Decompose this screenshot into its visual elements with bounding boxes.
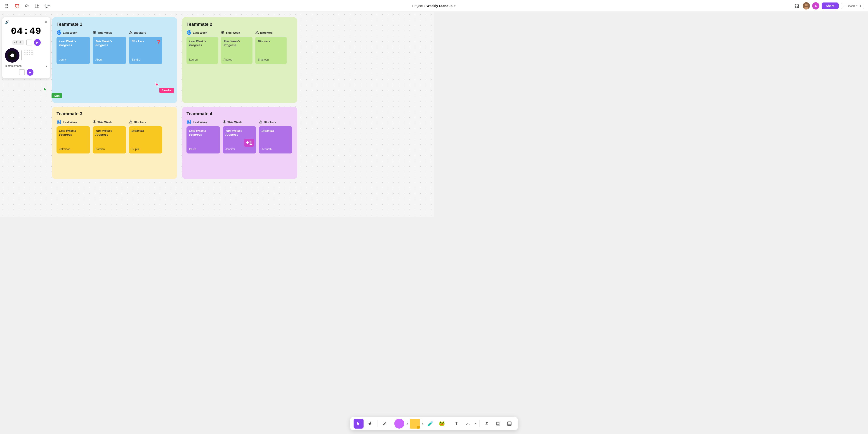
timer-display: 04:49 [5,26,48,37]
burst-icon-3: ✳ [93,120,96,125]
tm1-thisweek-card[interactable]: This Week's Progress Abdul [93,37,126,64]
sound-chevron[interactable]: ∨ [45,64,48,68]
tm2-thisweek-col: ✳ This Week This Week's Progress Andrea [221,30,252,64]
teammate-section-1: Teammate 1 🌀 Last Week Last Week's Progr… [52,17,177,103]
tm3-blockers-card[interactable]: Blockers Gupta [129,126,162,153]
timer-play-button[interactable]: ▶ [34,39,41,46]
svg-point-5 [6,7,6,8]
canvas[interactable]: 🔊 ✕ 04:49 +1 min ▶ ✳ Button smash [0,12,434,217]
bag-icon[interactable]: 🛍 [24,2,31,9]
tm4-thisweek-label: This Week [227,121,242,124]
timer-stop-button[interactable] [26,39,32,45]
warning-icon: ⚠ [129,30,132,35]
speaker-icon: 🔊 [5,20,9,24]
svg-rect-6 [35,4,37,8]
warning-icon-4: ⚠ [259,120,262,125]
tm3-thisweek-label: This Week [97,121,112,124]
tm2-blockers-card[interactable]: Blockers Shaheen [255,37,287,64]
teammate-3-title: Teammate 3 [57,111,173,116]
tm4-thisweek-text: This Week's Progress [225,129,253,137]
sandra-cursor-area [155,82,159,88]
tm3-lastweek-label: Last Week [63,121,77,124]
tm1-thisweek-name: Abdul [95,58,123,61]
vinyl-record: ✳ [5,48,20,63]
teammate-section-2: Teammate 2 🌀 Last Week Last Week's Progr… [182,17,297,103]
burst-icon: ✳ [93,30,96,35]
tm2-thisweek-text: This Week's Progress [223,39,250,47]
vinyl-area: ✳ [5,48,48,63]
tm3-lastweek-col: 🌀 Last Week Last Week's Progress Jeffers… [57,120,90,153]
teammate-2-title: Teammate 2 [186,22,293,27]
warning-icon-3: ⚠ [129,120,132,125]
svg-point-0 [7,4,8,5]
tm2-lastweek-col: 🌀 Last Week Last Week's Progress Lauren [186,30,218,64]
warning-icon-2: ⚠ [255,30,259,35]
teammate-4-cols: 🌀 Last Week Last Week's Progress Paula ✳… [186,120,293,153]
teammate-section-3: Teammate 3 🌀 Last Week Last Week's Progr… [52,107,177,179]
tm2-lastweek-card[interactable]: Last Week's Progress Lauren [186,37,218,64]
burst-icon-4: ✳ [223,120,226,125]
topbar-breadcrumb: Project / Weekly Standup ▾ [412,4,434,8]
timer-controls: +1 min ▶ [5,39,48,46]
spiral-icon-3: 🌀 [57,120,61,125]
tm1-blockers-header: ⚠ Blockers [129,30,162,35]
tm2-lastweek-header: 🌀 Last Week [186,30,218,35]
sound-name: Button smash [5,64,22,68]
timer-icon[interactable]: ⏰ [13,2,21,9]
tm3-thisweek-card[interactable]: This Week's Progress Damien [93,126,126,153]
topbar-left: ⏰ 🛍 💬 [4,2,434,9]
tm2-thisweek-card[interactable]: This Week's Progress Andrea [221,37,252,64]
ivan-cursor-arrow [43,87,48,92]
tm2-blockers-name: Shaheen [258,58,284,61]
menu-icon[interactable] [4,2,11,9]
tm4-lastweek-text: Last Week's Progress [189,129,217,137]
tm3-blockers-header: ⚠ Blockers [129,120,162,125]
teammate-1-title: Teammate 1 [57,22,173,27]
tm2-blockers-label: Blockers [260,31,273,34]
tm1-blockers-name: Sandra [131,58,160,61]
tm2-lastweek-name: Lauren [189,58,215,61]
spiral-icon-4: 🌀 [186,120,191,125]
timer-controls-2: ▶ [5,69,48,76]
tm3-blockers-name: Gupta [131,148,160,151]
timer-play-button-2[interactable]: ▶ [27,69,33,76]
tm1-blockers-label: Blockers [134,31,146,34]
project-label: Project [412,4,423,8]
timer-stop-button-2[interactable] [19,69,25,75]
tm2-lastweek-text: Last Week's Progress [189,39,215,47]
tm1-lastweek-label: Last Week [63,31,77,34]
tm1-blockers-card[interactable]: Blockers Sandra ? [129,37,162,64]
teammate-1-cols: 🌀 Last Week Last Week's Progress Jenny ✳… [57,30,173,64]
tm4-thisweek-header: ✳ This Week [223,120,256,125]
vinyl-star-icon: ✳ [10,53,14,58]
tm3-thisweek-header: ✳ This Week [93,120,126,125]
tm4-lastweek-name: Paula [189,148,217,151]
tm4-lastweek-card[interactable]: Last Week's Progress Paula [186,126,220,153]
tm1-blockers-col: ⚠ Blockers Blockers Sandra ? [129,30,162,64]
headphone-wire [21,51,22,60]
tm2-thisweek-label: This Week [225,31,240,34]
tm1-thisweek-label: This Week [97,31,112,34]
teammate-4-title: Teammate 4 [186,111,293,116]
tm3-lastweek-card[interactable]: Last Week's Progress Jefferson [57,126,90,153]
breadcrumb-separator: / [424,4,425,8]
tm1-lastweek-card[interactable]: Last Week's Progress Jenny [57,37,90,64]
timer-header: 🔊 ✕ [5,20,48,24]
tm4-thisweek-card[interactable]: This Week's Progress Jennifer +1 [223,126,256,153]
teammate-section-4: Teammate 4 🌀 Last Week Last Week's Progr… [182,107,297,179]
close-icon[interactable]: ✕ [44,20,48,24]
svg-rect-8 [37,6,39,8]
ivan-cursor-area [43,87,48,93]
tm2-blockers-header: ⚠ Blockers [255,30,287,35]
layout-icon[interactable] [33,2,41,9]
spiral-icon-2: 🌀 [186,30,191,35]
ivan-cursor-label: Ivan [52,93,62,98]
tm4-blockers-card[interactable]: Blockers Kenneth [259,126,292,153]
tm2-blockers-text: Blockers [258,39,284,43]
svg-point-3 [6,4,6,5]
tm1-lastweek-text: Last Week's Progress [59,39,87,47]
topbar: ⏰ 🛍 💬 Project / Weekly Standup ▾ 🎧 S Sha… [0,0,434,12]
chat-icon[interactable]: 💬 [43,2,51,9]
tm2-thisweek-name: Andrea [223,58,250,61]
plus-min-button[interactable]: +1 min [12,40,24,45]
